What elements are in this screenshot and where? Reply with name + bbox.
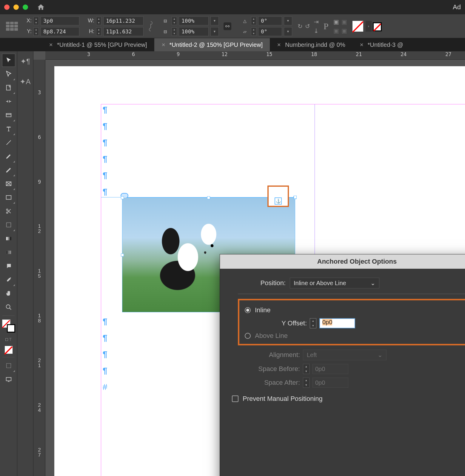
x-stepper[interactable]: ▲▼ bbox=[33, 17, 39, 25]
scale-x-dropdown[interactable]: ▼ bbox=[210, 16, 219, 25]
vertical-ruler[interactable]: 3 6 9 12 15 18 21 24 27 bbox=[33, 60, 45, 476]
rotate-dropdown[interactable]: ▼ bbox=[284, 16, 292, 25]
close-tab-icon[interactable]: ✕ bbox=[49, 42, 53, 48]
close-window[interactable] bbox=[4, 4, 10, 10]
panel-icon[interactable]: ✦A bbox=[20, 78, 30, 86]
anchor-icon[interactable]: ⚓ bbox=[275, 197, 282, 205]
close-tab-icon[interactable]: ✕ bbox=[360, 42, 364, 48]
apply-none-icon[interactable] bbox=[2, 344, 15, 355]
app-title: Ad bbox=[453, 3, 461, 11]
y-input[interactable] bbox=[41, 27, 79, 36]
chevron-down-icon: ⌄ bbox=[378, 351, 383, 358]
panel-icon[interactable]: ✦¶ bbox=[20, 57, 30, 66]
flip-v-icon[interactable]: ⤓ bbox=[314, 27, 319, 34]
y-offset-stepper[interactable]: ▲▼ bbox=[310, 318, 316, 328]
traffic-lights bbox=[4, 4, 28, 10]
constrain-wh-icon[interactable] bbox=[148, 20, 154, 32]
scale-y-input[interactable] bbox=[179, 27, 209, 36]
stroke-swatch[interactable] bbox=[373, 22, 382, 31]
shear-stepper[interactable]: ▲▼ bbox=[251, 27, 256, 36]
note-tool[interactable] bbox=[2, 259, 15, 273]
page-tool[interactable] bbox=[2, 81, 15, 94]
svg-point-11 bbox=[6, 305, 10, 309]
line-tool[interactable] bbox=[2, 136, 15, 149]
selection-tool[interactable] bbox=[2, 54, 15, 67]
select-next-icon[interactable]: ▣ bbox=[341, 27, 347, 34]
gradient-swatch-tool[interactable] bbox=[2, 232, 15, 245]
type-tool[interactable] bbox=[2, 122, 15, 135]
w-input[interactable] bbox=[103, 16, 144, 25]
pilcrow-icon: ¶ bbox=[103, 333, 107, 343]
fill-stroke-swap[interactable] bbox=[2, 319, 15, 333]
eyedropper-tool[interactable] bbox=[2, 273, 15, 286]
free-transform-tool[interactable] bbox=[2, 218, 15, 231]
format-container-icon[interactable]: □T bbox=[2, 335, 15, 344]
h-input[interactable] bbox=[103, 27, 144, 36]
select-container-icon[interactable]: ▣ bbox=[333, 18, 339, 25]
rectangle-frame-tool[interactable] bbox=[2, 177, 15, 190]
w-stepper[interactable]: ▲▼ bbox=[96, 17, 101, 25]
resize-handle[interactable] bbox=[121, 254, 124, 256]
rectangle-tool[interactable] bbox=[2, 191, 15, 204]
rotate-stepper[interactable]: ▲▼ bbox=[251, 17, 256, 25]
shear-dropdown[interactable]: ▼ bbox=[284, 27, 292, 36]
pilcrow-icon: ¶ bbox=[103, 187, 107, 197]
scissors-tool[interactable] bbox=[2, 205, 15, 218]
minimize-window[interactable] bbox=[13, 4, 19, 10]
h-label: H: bbox=[86, 28, 94, 35]
gradient-feather-tool[interactable] bbox=[2, 246, 15, 259]
scale-x-stepper[interactable]: ▲▼ bbox=[172, 17, 177, 25]
rotate-ccw-icon[interactable]: ↺ bbox=[305, 23, 310, 30]
flip-h-icon[interactable]: ⇥ bbox=[314, 18, 319, 25]
view-mode-icon[interactable] bbox=[2, 359, 15, 372]
content-collector-tool[interactable] bbox=[2, 109, 15, 122]
hand-tool[interactable] bbox=[2, 287, 15, 300]
doc-tab[interactable]: ✕ Numbering.indd @ 0% bbox=[270, 38, 352, 51]
tab-label: Numbering.indd @ 0% bbox=[285, 41, 345, 48]
fill-swatch[interactable] bbox=[352, 21, 363, 32]
reference-point[interactable] bbox=[6, 22, 18, 31]
close-tab-icon[interactable]: ✕ bbox=[277, 42, 281, 48]
y-offset-input[interactable]: 0p0 bbox=[319, 318, 355, 328]
position-select[interactable]: Inline or Above Line ⌄ bbox=[290, 278, 379, 288]
prevent-manual-checkbox[interactable] bbox=[232, 395, 238, 402]
pilcrow-icon: ¶ bbox=[103, 366, 107, 375]
scale-x-input[interactable] bbox=[179, 16, 209, 25]
horizontal-ruler[interactable]: 3 6 9 12 15 18 21 24 27 bbox=[45, 51, 465, 60]
zoom-window[interactable] bbox=[23, 4, 28, 10]
home-icon[interactable] bbox=[37, 3, 45, 11]
document-canvas[interactable]: 3 6 9 12 15 18 21 24 27 3 6 9 12 15 18 2… bbox=[33, 51, 465, 476]
resize-handle[interactable] bbox=[121, 196, 124, 199]
close-tab-icon[interactable]: ✕ bbox=[161, 42, 165, 48]
resize-handle[interactable] bbox=[294, 196, 297, 199]
doc-tab[interactable]: ✕ *Untitled-3 @ bbox=[352, 38, 410, 51]
x-label: X: bbox=[23, 18, 32, 24]
above-line-radio[interactable] bbox=[245, 333, 251, 339]
pen-tool[interactable] bbox=[2, 150, 15, 163]
constrain-scale-icon[interactable] bbox=[224, 22, 231, 30]
select-content-icon[interactable]: ▣ bbox=[341, 18, 347, 25]
gap-tool[interactable] bbox=[2, 95, 15, 108]
scale-y-dropdown[interactable]: ▼ bbox=[210, 27, 219, 36]
doc-tab[interactable]: ✕ *Untitled-2 @ 150% [GPU Preview] bbox=[154, 38, 270, 51]
rotate-input[interactable] bbox=[258, 16, 282, 25]
shear-input[interactable] bbox=[258, 27, 282, 36]
pencil-tool[interactable] bbox=[2, 163, 15, 177]
tab-label: *Untitled-2 @ 150% [GPU Preview] bbox=[170, 41, 263, 48]
rotate-cw-icon[interactable]: ↻ bbox=[298, 23, 303, 30]
x-input[interactable] bbox=[41, 16, 79, 25]
w-label: W: bbox=[86, 18, 94, 24]
inline-radio[interactable] bbox=[245, 307, 251, 313]
screen-mode-icon[interactable] bbox=[2, 373, 15, 386]
paragraph-icon[interactable]: P bbox=[324, 21, 329, 31]
zoom-tool[interactable] bbox=[2, 301, 15, 314]
select-prev-icon[interactable]: ▣ bbox=[333, 27, 339, 34]
resize-handle[interactable] bbox=[207, 196, 210, 199]
h-stepper[interactable]: ▲▼ bbox=[96, 27, 101, 36]
scale-y-stepper[interactable]: ▲▼ bbox=[172, 27, 177, 36]
y-stepper[interactable]: ▲▼ bbox=[33, 27, 39, 36]
direct-selection-tool[interactable] bbox=[2, 67, 15, 81]
pilcrow-icon: ¶ bbox=[103, 350, 107, 359]
doc-tab[interactable]: ✕ *Untitled-1 @ 55% [GPU Preview] bbox=[42, 38, 154, 51]
more-options[interactable]: › bbox=[366, 21, 372, 32]
